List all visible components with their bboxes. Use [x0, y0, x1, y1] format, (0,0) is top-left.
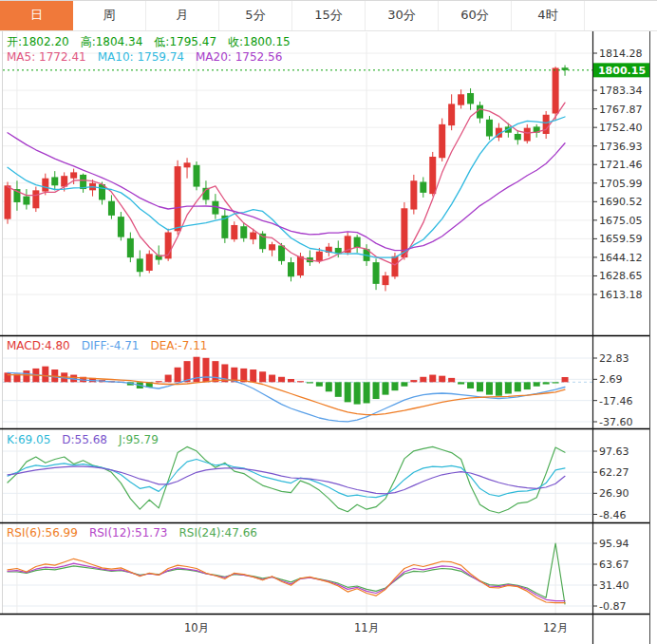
svg-text:1613.18: 1613.18 [599, 289, 643, 301]
svg-text:31.40: 31.40 [599, 579, 629, 592]
svg-text:1675.05: 1675.05 [599, 215, 643, 227]
tab-30min[interactable]: 30分 [366, 1, 439, 30]
rsi24-value: RSI(24):47.66 [178, 526, 257, 540]
rsi-readout: RSI(6):56.99RSI(12):51.73RSI(24):47.66 [7, 526, 269, 540]
ohlc-readout: 开:1802.20高:1804.34低:1795.47收:1800.15 [7, 34, 302, 50]
svg-text:10月: 10月 [184, 621, 209, 635]
svg-text:1705.99: 1705.99 [599, 178, 643, 190]
svg-text:1767.87: 1767.87 [599, 104, 643, 116]
svg-text:1644.12: 1644.12 [599, 252, 643, 264]
tab-5min[interactable]: 5分 [219, 1, 292, 30]
tab-60min[interactable]: 60分 [439, 1, 512, 30]
chart-app-window: 日周月5分15分30分60分4时 1814.281783.341767.8717… [0, 0, 657, 644]
ma10-value: MA10: 1759.74 [98, 50, 184, 64]
svg-text:1800.15: 1800.15 [598, 65, 646, 77]
k-value: K:69.05 [7, 433, 50, 446]
high-value: 高:1804.34 [81, 35, 143, 48]
ma20-value: MA20: 1752.56 [196, 50, 282, 64]
svg-text:1659.59: 1659.59 [599, 233, 643, 245]
dea-value: DEA:-7.11 [150, 339, 207, 352]
svg-text:-0.87: -0.87 [599, 600, 626, 613]
low-value: 低:1795.47 [154, 35, 216, 48]
tab-month[interactable]: 月 [146, 1, 219, 30]
rsi6-value: RSI(6):56.99 [7, 526, 78, 540]
timeframe-tab-bar: 日周月5分15分30分60分4时 [0, 1, 657, 31]
ma-readout: MA5: 1772.41MA10: 1759.74MA20: 1752.56 [7, 50, 293, 64]
svg-text:1814.28: 1814.28 [599, 47, 643, 60]
svg-text:1721.46: 1721.46 [599, 159, 643, 171]
rsi12-value: RSI(12):51.73 [89, 526, 168, 540]
svg-text:1752.40: 1752.40 [599, 122, 643, 134]
svg-text:1690.52: 1690.52 [599, 196, 643, 208]
rsi-lines [8, 543, 565, 604]
svg-text:-37.60: -37.60 [599, 416, 632, 428]
svg-text:2.69: 2.69 [599, 373, 623, 386]
svg-text:95.94: 95.94 [599, 538, 629, 550]
svg-text:26.90: 26.90 [599, 487, 629, 500]
price-axis: 1814.281783.341767.871752.401736.931721.… [592, 31, 650, 644]
svg-text:97.63: 97.63 [599, 445, 629, 458]
tab-day[interactable]: 日 [0, 1, 73, 30]
open-value: 开:1802.20 [7, 35, 69, 48]
candlestick-chart-canvas[interactable]: 1814.281783.341767.871752.401736.931721.… [0, 1, 657, 644]
svg-text:-8.46: -8.46 [599, 509, 626, 521]
x-axis-labels: 10月11月12月 [184, 621, 568, 635]
j-value: J:95.79 [119, 433, 159, 446]
tab-15min[interactable]: 15分 [292, 1, 366, 30]
svg-text:-17.46: -17.46 [599, 395, 632, 407]
diff-value: DIFF:-4.71 [82, 339, 140, 352]
kdj-readout: K:69.05D:55.68J:95.79 [7, 433, 170, 446]
close-value: 收:1800.15 [228, 35, 291, 48]
ma5-value: MA5: 1772.41 [7, 50, 86, 64]
svg-text:63.67: 63.67 [599, 559, 629, 571]
svg-text:12月: 12月 [543, 621, 568, 635]
tab-week[interactable]: 周 [73, 1, 146, 30]
macd-readout: MACD:4.80DIFF:-4.71DEA:-7.11 [7, 339, 218, 352]
macd-value: MACD:4.80 [7, 339, 70, 352]
svg-text:1783.34: 1783.34 [599, 85, 643, 97]
svg-text:22.83: 22.83 [599, 352, 629, 365]
svg-text:1736.93: 1736.93 [599, 141, 643, 153]
macd-lines [8, 372, 565, 422]
svg-text:11月: 11月 [354, 621, 379, 635]
kdj-lines [8, 446, 565, 513]
svg-text:1628.65: 1628.65 [599, 270, 643, 282]
d-value: D:55.68 [62, 433, 107, 446]
tab-4hour[interactable]: 4时 [512, 1, 585, 30]
svg-text:62.27: 62.27 [599, 466, 629, 479]
